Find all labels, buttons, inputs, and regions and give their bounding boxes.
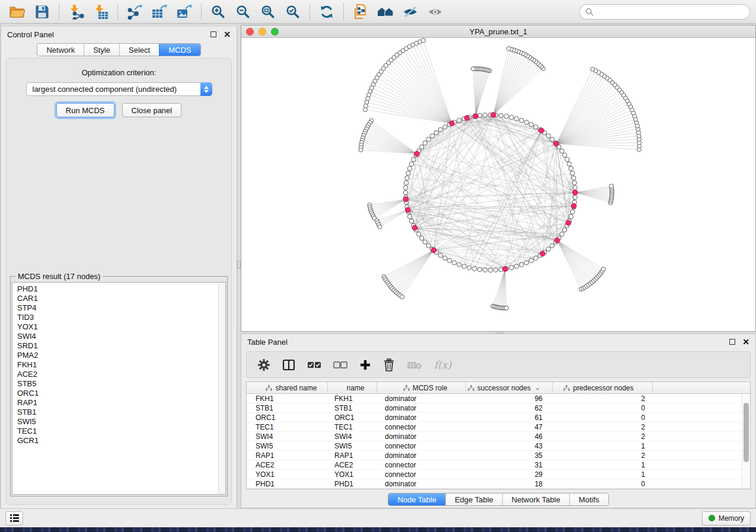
save-session-button[interactable] <box>31 2 53 21</box>
table-row[interactable]: TEC1TEC1connector472 <box>247 422 750 432</box>
export-image-button[interactable] <box>173 2 196 21</box>
tab-mcds[interactable]: MCDS <box>159 44 200 56</box>
sort-descending-icon: ⌄ <box>535 384 540 392</box>
float-panel-icon[interactable] <box>729 339 735 345</box>
tab-style[interactable]: Style <box>84 44 119 56</box>
network-graph[interactable] <box>241 38 755 331</box>
table-row[interactable]: STB1STB1dominator620 <box>247 403 750 413</box>
function-builder-button[interactable]: f(x) <box>434 359 451 371</box>
tab-node-table[interactable]: Node Table <box>388 493 445 505</box>
duplicate-network-button[interactable] <box>349 2 372 21</box>
tab-network[interactable]: Network <box>37 44 84 56</box>
search-input[interactable] <box>597 7 744 16</box>
window-close-button[interactable] <box>246 28 254 36</box>
status-bar: Memory <box>0 508 756 527</box>
mcds-result-item[interactable]: TEC1 <box>17 427 221 436</box>
refresh-view-button[interactable] <box>315 2 338 21</box>
network-titlebar: YPA_prune.txt_1 <box>241 25 755 38</box>
mcds-list-scrollbar[interactable] <box>218 282 226 495</box>
mcds-result-item[interactable]: CAR1 <box>17 294 221 303</box>
mcds-result-item[interactable]: PMA2 <box>17 351 221 360</box>
mcds-result-item[interactable]: YOX1 <box>17 322 221 332</box>
mcds-result-item[interactable]: ORC1 <box>17 389 221 398</box>
mcds-result-item[interactable]: PHD1 <box>17 284 221 294</box>
select-all-button[interactable] <box>307 361 321 368</box>
import-table-button[interactable] <box>90 2 112 21</box>
mcds-result-item[interactable]: GCR1 <box>17 436 221 446</box>
tab-network-table[interactable]: Network Table <box>502 493 569 505</box>
show-columns-button[interactable] <box>282 359 295 371</box>
table-row[interactable]: RAP1RAP1dominator352 <box>247 451 750 460</box>
table-row[interactable]: YOX1YOX1connector291 <box>247 470 750 479</box>
table-row[interactable]: ACE2ACE2connector311 <box>247 460 750 470</box>
column-namespace-icon <box>266 385 272 391</box>
network-canvas[interactable] <box>241 38 755 331</box>
show-all-button[interactable] <box>424 2 446 21</box>
add-column-button[interactable] <box>359 359 371 371</box>
mcds-result-item[interactable]: SWI5 <box>17 417 221 427</box>
export-table-button[interactable] <box>148 2 171 21</box>
table-row[interactable]: PHD1PHD1dominator180 <box>247 479 750 489</box>
mcds-tab-content: Optimization criterion: largest connecte… <box>6 58 232 505</box>
table-cell: YOX1 <box>328 470 377 479</box>
clear-table-button[interactable] <box>407 360 422 370</box>
mcds-result-item[interactable]: ACE2 <box>17 370 221 379</box>
open-file-button[interactable] <box>6 2 28 21</box>
mcds-result-item[interactable]: STP4 <box>17 303 221 313</box>
run-mcds-button[interactable]: Run MCDS <box>56 103 114 117</box>
mcds-result-item[interactable]: STB1 <box>17 408 221 417</box>
column-header-predecessor-nodes[interactable]: predecessor nodes <box>553 382 653 393</box>
toolbar-separator <box>343 4 344 20</box>
import-network-button[interactable] <box>65 2 87 21</box>
zoom-selected-button[interactable] <box>282 2 304 21</box>
mcds-result-item[interactable]: SRD1 <box>17 341 221 351</box>
export-network-button[interactable] <box>123 2 146 21</box>
table-scrollbar-thumb[interactable] <box>744 403 749 462</box>
search-field[interactable] <box>579 4 750 20</box>
table-cell: 2 <box>553 422 653 431</box>
column-header-shared-name[interactable]: shared name <box>247 382 328 393</box>
mcds-result-item[interactable]: TID3 <box>17 313 221 322</box>
window-maximize-button[interactable] <box>271 28 279 36</box>
delete-column-button[interactable] <box>383 358 395 371</box>
mcds-result-item[interactable]: SWI4 <box>17 332 221 341</box>
table-row[interactable]: ORC1ORC1dominator610 <box>247 413 750 422</box>
column-header-mcds-role[interactable]: MCDS role <box>377 382 466 393</box>
hide-selected-button[interactable] <box>399 2 422 21</box>
table-scrollbar[interactable] <box>742 395 749 488</box>
table-cell: 61 <box>466 413 553 422</box>
status-menu-button[interactable] <box>5 511 23 525</box>
trash-icon <box>383 358 395 371</box>
table-cell: 62 <box>466 403 553 412</box>
zoom-fit-button[interactable] <box>257 2 279 21</box>
column-header-name[interactable]: name <box>328 382 377 393</box>
main-toolbar <box>0 0 756 24</box>
close-panel-icon[interactable]: ✕ <box>224 31 231 37</box>
table-row[interactable]: FKH1FKH1dominator962 <box>247 394 750 403</box>
table-cell-filler <box>653 403 750 412</box>
table-cell-filler <box>653 432 750 441</box>
mcds-result-item[interactable]: RAP1 <box>17 398 221 408</box>
mcds-result-item[interactable]: STB5 <box>17 379 221 389</box>
tab-select[interactable]: Select <box>119 44 159 56</box>
table-settings-button[interactable] <box>257 358 270 371</box>
select-all-icon <box>307 361 321 368</box>
column-header-successor-nodes[interactable]: successor nodes ⌄ <box>466 382 553 393</box>
window-minimize-button[interactable] <box>259 28 266 36</box>
criterion-select[interactable]: largest connected component (undirected) <box>26 82 212 96</box>
zoom-out-button[interactable] <box>232 2 254 21</box>
table-cell: 1 <box>553 460 653 469</box>
close-panel-icon[interactable]: ✕ <box>742 339 749 345</box>
mcds-result-list[interactable]: PHD1CAR1STP4TID3YOX1SWI4SRD1PMA2FKH1ACE2… <box>12 282 226 495</box>
zoom-in-button[interactable] <box>207 2 229 21</box>
deselect-all-button[interactable] <box>333 361 347 368</box>
float-panel-icon[interactable] <box>210 31 216 37</box>
mcds-result-item[interactable]: FKH1 <box>17 360 221 370</box>
memory-button[interactable]: Memory <box>702 511 751 525</box>
table-row[interactable]: SWI4SWI4dominator462 <box>247 432 750 441</box>
tab-motifs[interactable]: Motifs <box>569 493 608 505</box>
first-neighbors-button[interactable] <box>374 2 397 21</box>
table-row[interactable]: SWI5SWI5connector431 <box>247 441 750 451</box>
tab-edge-table[interactable]: Edge Table <box>445 493 502 505</box>
close-panel-button[interactable]: Close panel <box>122 103 182 117</box>
